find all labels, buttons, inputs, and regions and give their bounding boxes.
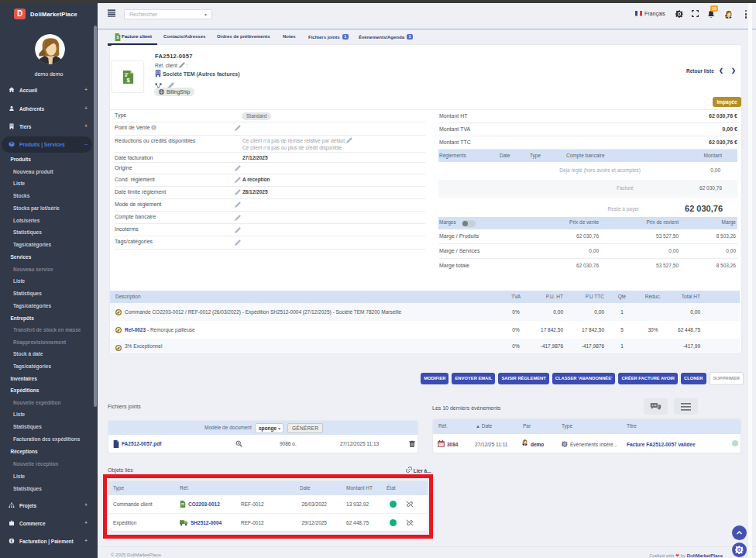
svg-text:$: $	[117, 35, 119, 40]
svg-text:i: i	[153, 126, 154, 129]
